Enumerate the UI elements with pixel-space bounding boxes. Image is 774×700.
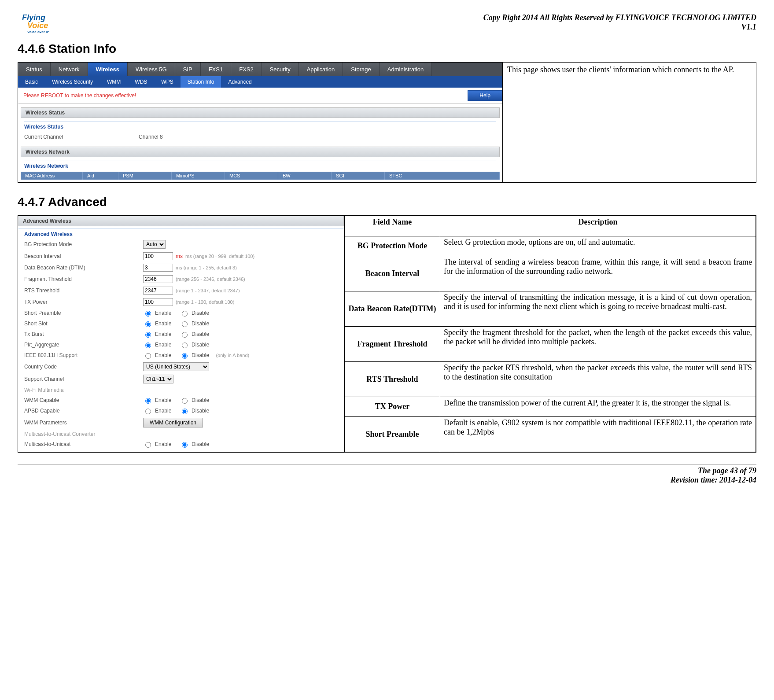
ft-row-name: Fragment Threshold [345, 326, 440, 361]
wmm-enable-radio[interactable] [145, 398, 151, 404]
copyright-block: Copy Right 2014 All Rights Reserved by F… [483, 13, 756, 32]
beacon-hint: ms (range 20 - 999, default 100) [185, 254, 254, 259]
subtab-advanced[interactable]: Advanced [221, 76, 258, 88]
country-select[interactable]: US (United States) [143, 362, 209, 371]
col-aid: Aid [83, 172, 118, 180]
country-label: Country Code [24, 364, 143, 370]
pkt-enable-radio[interactable] [145, 343, 151, 348]
advanced-panel: Advanced Wireless Advanced Wireless BG P… [18, 216, 344, 452]
pkt-disable-radio[interactable] [182, 343, 188, 348]
page-footer: The page 43 of 79 Revision time: 2014-12… [18, 464, 756, 485]
tab-wireless5g[interactable]: Wireless 5G [128, 63, 175, 76]
sub-tabs: Basic Wireless Security WMM WDS WPS Stat… [18, 76, 502, 88]
subtab-wmm[interactable]: WMM [100, 76, 128, 88]
dtim-input[interactable] [143, 264, 173, 272]
ft-row-name: Beacon Interval [345, 256, 440, 291]
field-table-head-desc: Description [440, 216, 756, 236]
wmm-disable-radio[interactable] [182, 398, 188, 404]
page-header: Flying Voice Voice over IP Copy Right 20… [18, 13, 756, 37]
col-mcs: MCS [225, 172, 278, 180]
ft-row-desc: Default is enable, G902 system is not co… [440, 417, 756, 452]
tab-fxs1[interactable]: FXS1 [201, 63, 232, 76]
fragment-hint: (range 256 - 2346, default 2346) [176, 276, 245, 282]
txburst-disable-radio[interactable] [182, 332, 188, 338]
rts-input[interactable] [143, 287, 173, 295]
tab-status[interactable]: Status [18, 63, 51, 76]
slot-disable-radio[interactable] [182, 321, 188, 327]
station-info-panel: Status Network Wireless Wireless 5G SIP … [18, 63, 502, 180]
txpower-input[interactable] [143, 298, 173, 306]
rts-hint: (range 1 - 2347, default 2347) [176, 288, 240, 293]
subtab-wireless-security[interactable]: Wireless Security [45, 76, 100, 88]
tab-fxs2[interactable]: FXS2 [231, 63, 262, 76]
section-446-title: 4.4.6 Station Info [18, 42, 756, 56]
subtab-wds[interactable]: WDS [128, 76, 154, 88]
tab-wireless[interactable]: Wireless [88, 63, 128, 76]
wmm-config-button[interactable]: WMM Configuration [143, 418, 203, 427]
subtab-station-info[interactable]: Station Info [181, 76, 221, 88]
ft-row-desc: Specify the interval of transmitting the… [440, 291, 756, 327]
dtim-label: Data Beacon Rate (DTIM) [24, 265, 143, 271]
col-psm: PSM [118, 172, 172, 180]
rts-label: RTS Threshold [24, 287, 143, 294]
txburst-enable-radio[interactable] [145, 332, 151, 338]
preamble-enable-radio[interactable] [145, 311, 151, 317]
advanced-wireless-head: Advanced Wireless [18, 216, 344, 226]
col-mimops: MimoPS [172, 172, 225, 180]
ieee-hint: (only in A band) [216, 353, 249, 358]
preamble-disable-radio[interactable] [182, 311, 188, 317]
tab-storage[interactable]: Storage [343, 63, 380, 76]
txpower-label: TX Power [24, 299, 143, 305]
apsd-label: APSD Capable [24, 408, 143, 414]
section-447-title: 4.4.7 Advanced [18, 195, 756, 209]
logo: Flying Voice Voice over IP [18, 13, 57, 37]
tab-network[interactable]: Network [51, 63, 88, 76]
ieee-disable-radio[interactable] [182, 353, 188, 359]
current-channel-value: Channel 8 [139, 134, 163, 140]
footer-revision: Revision time: 2014-12-04 [18, 475, 756, 485]
reboot-message: Please REBOOT to make the changes effect… [23, 92, 136, 99]
fragment-label: Fragment Threshold [24, 276, 143, 282]
tab-sip[interactable]: SIP [175, 63, 201, 76]
subtab-wps[interactable]: WPS [154, 76, 180, 88]
mcu-disable-radio[interactable] [182, 442, 188, 448]
wmm-params-label: WMM Parameters [24, 420, 143, 426]
network-table-header: MAC Address Aid PSM MimoPS MCS BW SGI ST… [21, 172, 500, 180]
dtim-hint: ms (range 1 - 255, default 3) [176, 265, 237, 270]
apsd-disable-radio[interactable] [182, 409, 188, 414]
beacon-interval-input[interactable] [143, 252, 173, 260]
version-text: V1.1 [483, 22, 756, 32]
wireless-status-head: Wireless Status [21, 107, 500, 118]
col-bw: BW [278, 172, 332, 180]
bg-protection-select[interactable]: Auto [143, 240, 166, 249]
tab-application[interactable]: Application [299, 63, 343, 76]
slot-enable-radio[interactable] [145, 321, 151, 327]
current-channel-label: Current Channel [24, 134, 139, 140]
station-info-box: Status Network Wireless Wireless 5G SIP … [18, 62, 756, 183]
tab-security[interactable]: Security [262, 63, 299, 76]
txpower-hint: (range 1 - 100, default 100) [176, 299, 234, 305]
support-channel-select[interactable]: Ch1~11 [143, 375, 173, 383]
fragment-input[interactable] [143, 275, 173, 283]
subtab-basic[interactable]: Basic [18, 76, 45, 88]
help-button[interactable]: Help [468, 90, 502, 101]
wifi-multimedia-label: Wi-Fi Multimedia [24, 387, 143, 393]
apsd-enable-radio[interactable] [145, 409, 151, 414]
main-tabs: Status Network Wireless Wireless 5G SIP … [18, 63, 502, 76]
beacon-interval-label: Beacon Interval [24, 253, 143, 259]
ft-row-name: RTS Threshold [345, 361, 440, 397]
mcu-enable-radio[interactable] [145, 442, 151, 448]
ft-row-desc: Specify the fragment threshold for the p… [440, 326, 756, 361]
preamble-label: Short Preamble [24, 310, 143, 316]
enable-text: Enable [155, 310, 171, 316]
tab-administration[interactable]: Administration [380, 63, 432, 76]
col-sgi: SGI [332, 172, 385, 180]
ft-row-desc: Select G protection mode, options are on… [440, 236, 756, 256]
ieee-enable-radio[interactable] [145, 353, 151, 359]
wmm-capable-label: WMM Capable [24, 397, 143, 403]
slot-label: Short Slot [24, 321, 143, 327]
txburst-label: Tx Burst [24, 331, 143, 337]
ft-row-desc: Specify the packet RTS threshold, when t… [440, 361, 756, 397]
beacon-unit: ms [176, 253, 183, 259]
ft-row-name: Short Preamble [345, 417, 440, 452]
